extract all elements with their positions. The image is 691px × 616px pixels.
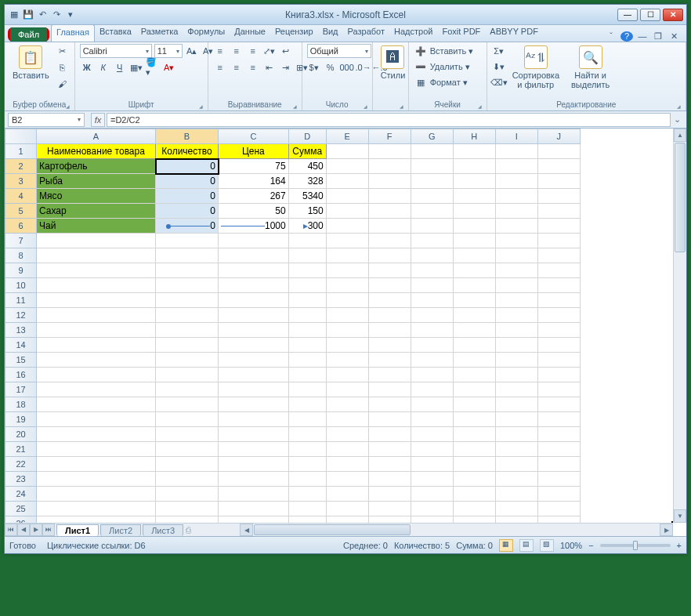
cell[interactable] <box>326 293 368 308</box>
cell[interactable] <box>453 308 495 323</box>
cell[interactable] <box>537 338 580 353</box>
cell[interactable] <box>288 293 326 308</box>
format-painter-icon[interactable]: 🖌 <box>56 77 70 91</box>
cell[interactable] <box>368 382 411 397</box>
cell[interactable]: Рыба <box>37 174 156 189</box>
cell[interactable] <box>219 353 289 368</box>
cell[interactable] <box>37 368 156 382</box>
row-header[interactable]: 25 <box>5 502 37 516</box>
tab-addins[interactable]: Надстрой <box>389 24 437 42</box>
align-top-icon[interactable]: ≡ <box>213 44 227 58</box>
cell[interactable] <box>453 412 495 427</box>
cell[interactable] <box>495 219 537 234</box>
cell[interactable] <box>495 487 537 502</box>
cell[interactable] <box>453 293 495 308</box>
column-header[interactable]: J <box>537 129 580 144</box>
cell[interactable] <box>326 234 368 248</box>
find-select-button[interactable]: 🔍 Найти и выделить <box>566 44 616 91</box>
tab-abbyy[interactable]: ABBYY PDF <box>485 24 543 42</box>
paste-button[interactable]: 📋 Вставить <box>9 44 52 82</box>
header-cell[interactable]: Сумма <box>288 144 326 159</box>
cell[interactable] <box>411 353 453 368</box>
maximize-button[interactable]: ☐ <box>640 9 660 21</box>
row-header[interactable]: 11 <box>5 293 37 308</box>
cell[interactable] <box>368 353 411 368</box>
cell[interactable] <box>326 368 368 382</box>
cell[interactable] <box>495 457 537 472</box>
cell[interactable] <box>537 516 580 524</box>
cell[interactable] <box>37 427 156 442</box>
cell[interactable] <box>495 472 537 487</box>
cell[interactable] <box>156 442 219 457</box>
cell[interactable] <box>453 323 495 338</box>
close-button[interactable]: ✕ <box>663 9 683 21</box>
cell[interactable] <box>495 382 537 397</box>
cell[interactable] <box>219 457 289 472</box>
cell[interactable]: 0 <box>156 159 219 174</box>
cell[interactable] <box>219 308 289 323</box>
cell[interactable] <box>219 516 289 524</box>
cell[interactable] <box>368 189 411 204</box>
sheet-tab[interactable]: Лист3 <box>143 524 183 536</box>
zoom-out-button[interactable]: − <box>588 541 593 550</box>
cell[interactable] <box>37 263 156 278</box>
cell[interactable] <box>495 263 537 278</box>
cell[interactable]: 5340 <box>288 189 326 204</box>
cell[interactable] <box>495 308 537 323</box>
column-header[interactable]: F <box>368 129 411 144</box>
cell[interactable] <box>326 323 368 338</box>
cell[interactable]: 267 <box>219 189 289 204</box>
cell[interactable]: 75 <box>219 159 289 174</box>
comma-icon[interactable]: 000 <box>340 60 354 74</box>
cell[interactable] <box>219 427 289 442</box>
cell[interactable] <box>37 338 156 353</box>
cell[interactable] <box>288 472 326 487</box>
cell[interactable] <box>37 308 156 323</box>
cell[interactable] <box>37 516 156 524</box>
cell[interactable] <box>495 368 537 382</box>
cell[interactable] <box>537 144 580 159</box>
align-right-icon[interactable]: ≡ <box>246 60 260 74</box>
tab-formulas[interactable]: Формулы <box>183 24 230 42</box>
cell[interactable] <box>411 308 453 323</box>
align-bottom-icon[interactable]: ≡ <box>246 44 260 58</box>
border-icon[interactable]: ▦▾ <box>129 60 143 74</box>
scroll-down-icon[interactable]: ▼ <box>674 509 686 523</box>
tab-foxit[interactable]: Foxit PDF <box>437 24 485 42</box>
cell[interactable] <box>37 457 156 472</box>
cell[interactable] <box>495 427 537 442</box>
fill-icon[interactable]: ⬇▾ <box>492 60 506 74</box>
cell[interactable] <box>453 219 495 234</box>
cell[interactable] <box>368 487 411 502</box>
row-header[interactable]: 3 <box>5 174 37 189</box>
cell[interactable] <box>453 427 495 442</box>
cell[interactable] <box>537 263 580 278</box>
cell[interactable] <box>156 353 219 368</box>
cell[interactable] <box>219 248 289 263</box>
align-middle-icon[interactable]: ≡ <box>230 44 244 58</box>
cell[interactable] <box>156 308 219 323</box>
cell[interactable] <box>219 293 289 308</box>
row-header[interactable]: 13 <box>5 323 37 338</box>
cell[interactable] <box>411 144 453 159</box>
cell[interactable] <box>495 204 537 219</box>
cell[interactable] <box>219 397 289 412</box>
cell[interactable] <box>537 427 580 442</box>
cell[interactable] <box>219 368 289 382</box>
cell[interactable] <box>156 382 219 397</box>
cell[interactable] <box>537 219 580 234</box>
cell[interactable] <box>156 234 219 248</box>
font-color-icon[interactable]: A▾ <box>162 60 176 74</box>
cell[interactable] <box>411 219 453 234</box>
cell[interactable]: 0 <box>156 174 219 189</box>
cell[interactable] <box>411 502 453 516</box>
tab-insert[interactable]: Вставка <box>95 24 136 42</box>
cell[interactable] <box>37 442 156 457</box>
cell[interactable] <box>453 516 495 524</box>
cell[interactable] <box>326 159 368 174</box>
cell[interactable] <box>495 189 537 204</box>
cell[interactable] <box>537 174 580 189</box>
column-header[interactable]: D <box>288 129 326 144</box>
row-header[interactable]: 10 <box>5 278 37 293</box>
cell[interactable] <box>453 278 495 293</box>
